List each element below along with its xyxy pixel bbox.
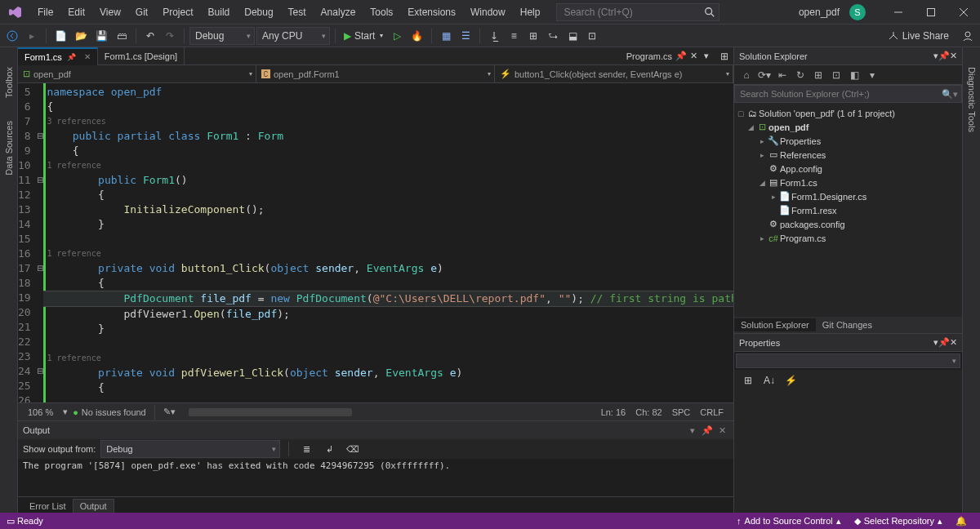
start-debug-button[interactable]: ▶Start▾ [341,27,386,45]
diagnostic-tools-tab[interactable]: Diagnostic Tools [965,62,978,137]
maximize-button[interactable] [915,0,947,24]
tb-icon-a[interactable]: ▦ [437,27,455,45]
se-showall-icon[interactable]: ⊞ [811,68,826,82]
props-alpha-icon[interactable]: A↓ [760,371,778,389]
panel-pin-button[interactable]: 📌 [701,424,714,437]
code-area[interactable]: namespace open_pdf { 3 references public… [43,83,733,402]
eol-mode[interactable]: CRLF [695,407,728,417]
minimize-button[interactable] [882,0,915,24]
liveshare-button[interactable]: Live Share [883,29,954,43]
account-button[interactable] [959,27,977,45]
close-tab-icon[interactable]: ✕ [84,52,91,61]
hot-reload-button[interactable]: 🔥 [408,27,426,45]
menu-git[interactable]: Git [129,3,154,21]
redo-button[interactable]: ↷ [161,27,179,45]
horizontal-scrollbar[interactable] [180,407,596,418]
properties-grid[interactable] [734,391,962,513]
se-collapse-icon[interactable]: ⇤ [775,68,790,82]
se-search-input[interactable]: Search Solution Explorer (Ctrl+;) 🔍▾ [734,85,962,103]
back-button[interactable] [3,27,21,45]
props-object-select[interactable] [736,353,960,368]
menu-extensions[interactable]: Extensions [401,3,462,21]
props-pin-button[interactable]: 📌 [938,337,950,348]
menu-window[interactable]: Window [464,3,512,21]
output-source-select[interactable]: Debug [100,440,280,458]
new-item-button[interactable]: 📄 [51,27,70,45]
tab-program-cs[interactable]: Program.cs📌✕▾ [620,51,715,61]
se-back-icon[interactable]: ⌂ [739,68,754,82]
tree-properties[interactable]: Properties [780,136,821,146]
undo-button[interactable]: ↶ [141,27,159,45]
tree-appconfig[interactable]: App.config [780,164,822,174]
tb-icon-b[interactable]: ☰ [457,27,474,45]
toolbox-tab[interactable]: Toolbox [2,62,16,103]
user-avatar[interactable]: S [849,4,866,20]
forward-button[interactable]: ▸ [23,27,41,45]
tree-references[interactable]: References [780,150,826,160]
se-pin-button[interactable]: 📌 [938,51,950,61]
se-tab-gitchanges[interactable]: Git Changes [816,318,879,331]
menu-tools[interactable]: Tools [363,3,399,21]
props-categorized-icon[interactable]: ⊞ [739,371,757,389]
tb-icon-d[interactable]: ≡ [505,27,523,45]
indent-mode[interactable]: SPC [667,407,696,417]
menu-debug[interactable]: Debug [238,3,279,21]
indent-button[interactable]: ✎▾ [158,407,180,417]
fold-column[interactable]: ⊟ ⊟ ⊟ ⊟ [38,83,44,402]
panel-close-button[interactable]: ✕ [715,424,728,437]
tree-solution[interactable]: Solution 'open_pdf' (1 of 1 project) [759,109,895,118]
nav-member[interactable]: ⚡button1_Click(object sender, EventArgs … [495,65,733,82]
menu-view[interactable]: View [93,3,127,21]
datasources-tab[interactable]: Data Sources [2,116,16,180]
window-options-button[interactable]: ⊞ [715,47,733,65]
tree-form1designer[interactable]: Form1.Designer.cs [791,192,866,202]
tree-programcs[interactable]: Program.cs [780,233,826,243]
se-sync-icon[interactable]: ⟳▾ [757,68,772,82]
tree-project[interactable]: open_pdf [768,122,809,132]
pin-icon[interactable]: 📌 [67,53,76,61]
issues-label[interactable]: No issues found [82,407,146,417]
output-clear-all-button[interactable]: ⌫ [343,440,363,458]
se-view-icon[interactable]: ▾ [865,68,880,82]
tree-packages[interactable]: packages.config [780,220,845,229]
save-all-button[interactable]: 🗃 [113,27,131,45]
configuration-select[interactable]: Debug [189,27,255,45]
tree-form1cs[interactable]: Form1.cs [780,178,817,188]
tab-error-list[interactable]: Error List [23,500,73,513]
tb-icon-h[interactable]: ⊡ [583,27,601,45]
tab-form1-cs[interactable]: Form1.cs📌✕ [18,47,98,65]
solution-tree[interactable]: ▢🗂Solution 'open_pdf' (1 of 1 project) ◢… [734,103,962,317]
props-events-icon[interactable]: ⚡ [782,371,800,389]
menu-analyze[interactable]: Analyze [314,3,363,21]
save-button[interactable]: 💾 [92,27,111,45]
tree-form1resx[interactable]: Form1.resx [791,206,837,216]
notifications-button[interactable]: 🔔 [949,516,973,527]
panel-options-button[interactable]: ▾ [686,424,699,437]
output-wrap-button[interactable]: ↲ [320,440,338,458]
menu-edit[interactable]: Edit [61,3,91,21]
nav-project[interactable]: ⊡open_pdf [18,65,256,82]
source-control-button[interactable]: ↑ Add to Source Control ▴ [730,516,848,527]
output-text[interactable]: The program '[5874] open_pdf.exe' has ex… [18,459,733,496]
menu-test[interactable]: Test [282,3,313,21]
tb-icon-f[interactable]: ⮑ [544,27,562,45]
tab-output[interactable]: Output [73,499,114,513]
se-close-button[interactable]: ✕ [950,51,957,61]
tb-icon-e[interactable]: ⊞ [524,27,542,45]
se-tab-explorer[interactable]: Solution Explorer [734,318,816,331]
close-button[interactable] [947,0,980,24]
tab-form1-design[interactable]: Form1.cs [Design] [98,47,185,65]
code-editor[interactable]: 56 78 91011 1213 141516 171819 2021 2223… [18,83,733,402]
se-preview-icon[interactable]: ◧ [847,68,862,82]
tb-icon-c[interactable]: ↓̲ [485,27,503,45]
select-repository-button[interactable]: ◆ Select Repository ▴ [848,516,949,527]
open-file-button[interactable]: 📂 [72,27,91,45]
menu-project[interactable]: Project [156,3,199,21]
nav-class[interactable]: 🅲open_pdf.Form1 [256,65,495,82]
se-refresh-icon[interactable]: ↻ [793,68,808,82]
zoom-level[interactable]: 106 % [23,407,58,417]
tb-icon-g[interactable]: ⬓ [564,27,581,45]
se-properties-icon[interactable]: ⊡ [829,68,844,82]
output-clear-button[interactable]: ≣ [297,440,315,458]
menu-file[interactable]: File [31,3,60,21]
